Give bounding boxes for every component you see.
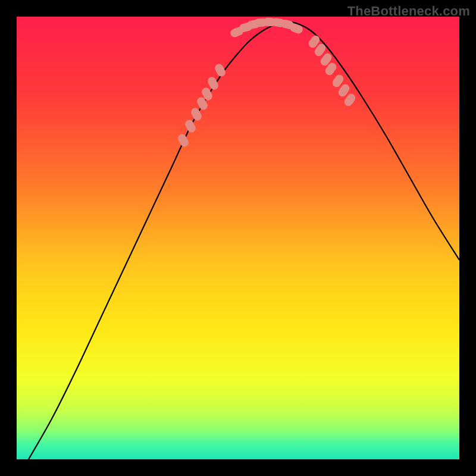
watermark-label: TheBottleneck.com [347, 4, 470, 19]
chart-svg [17, 17, 459, 459]
gradient-rect [17, 17, 459, 459]
chart-frame: TheBottleneck.com [0, 0, 476, 476]
plot-area [17, 17, 459, 459]
